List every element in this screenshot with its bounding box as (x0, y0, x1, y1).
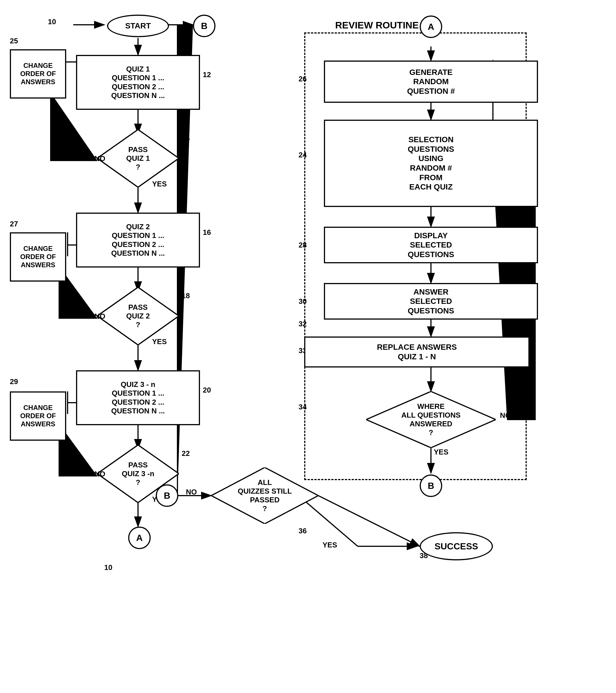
all-questions-answered-node: WHERE ALL QUESTIONS ANSWERED ? (366, 391, 496, 448)
no-label-all-questions: NO (500, 411, 511, 420)
change-order-1: CHANGE ORDER OF ANSWERS (10, 49, 66, 99)
ref-12: 12 (203, 71, 211, 79)
selection-questions-node: SELECTION QUESTIONS USING RANDOM # FROM … (324, 120, 538, 207)
no-label-quiz2: NO (94, 312, 105, 321)
ref-25: 25 (10, 37, 18, 45)
yes-label-quiz2: YES (152, 337, 167, 346)
ref-18: 18 (182, 292, 190, 300)
connector-a-bottom: A (128, 527, 151, 549)
ref-34: 34 (299, 403, 307, 411)
connector-b-left: B (156, 484, 178, 507)
yes-label-quiz1: YES (152, 180, 167, 189)
ref-22: 22 (182, 449, 190, 458)
connector-b-top: B (193, 15, 215, 37)
change-order-2: CHANGE ORDER OF ANSWERS (10, 232, 66, 282)
yes-label-all-quizzes: YES (323, 541, 337, 549)
svg-line-34 (318, 496, 420, 546)
quiz3n-node: QUIZ 3 - n QUESTION 1 ... QUESTION 2 ...… (76, 370, 200, 425)
success-node: SUCCESS (420, 532, 493, 560)
pass-quiz2-node: PASS QUIZ 2 ? (97, 287, 179, 345)
generate-random-node: GENERATE RANDOM QUESTION # (324, 61, 538, 103)
change-order-3: CHANGE ORDER OF ANSWERS (10, 391, 66, 441)
answer-selected-node: ANSWER SELECTED QUESTIONS (324, 283, 538, 320)
connector-a-top: A (420, 16, 442, 38)
ref-32: 32 (299, 320, 307, 328)
replace-answers-node: REPLACE ANSWERS QUIZ 1 - N (304, 337, 530, 368)
no-label-all-quizzes: NO (186, 488, 197, 496)
diagram: START 10 B QUIZ 1 QUESTION 1 ... QUESTIO… (0, 0, 616, 693)
ref-27: 27 (10, 220, 18, 229)
ref-29: 29 (10, 377, 18, 386)
display-selected-node: DISPLAY SELECTED QUESTIONS (324, 227, 538, 263)
ref-30: 30 (299, 297, 307, 306)
ref-26: 26 (299, 75, 307, 83)
review-routine-label: REVIEW ROUTINE (335, 20, 419, 31)
ref-16: 16 (203, 228, 211, 237)
ref-24: 24 (299, 151, 307, 159)
ref-10-top: 10 (48, 17, 56, 26)
quiz1-node: QUIZ 1 QUESTION 1 ... QUESTION 2 ... QUE… (76, 55, 200, 110)
all-quizzes-passed-node: ALL QUIZZES STILL PASSED ? (211, 468, 318, 524)
ref-20: 20 (203, 386, 211, 395)
ref-28: 28 (299, 241, 307, 250)
start-node: START (107, 15, 169, 37)
pass-quiz1-node: PASS QUIZ 1 ? (97, 130, 179, 187)
ref-10-bot: 10 (104, 563, 112, 572)
no-label-quiz3n: NO (94, 470, 105, 478)
quiz2-node: QUIZ 2 QUESTION 1 ... QUESTION 2 ... QUE… (76, 213, 200, 268)
ref-36: 36 (299, 527, 307, 535)
no-label-quiz1: NO (94, 154, 105, 163)
yes-label-all-questions: YES (434, 448, 448, 456)
ref-14: 14 (182, 134, 190, 142)
connector-b-bottom: B (420, 474, 442, 497)
